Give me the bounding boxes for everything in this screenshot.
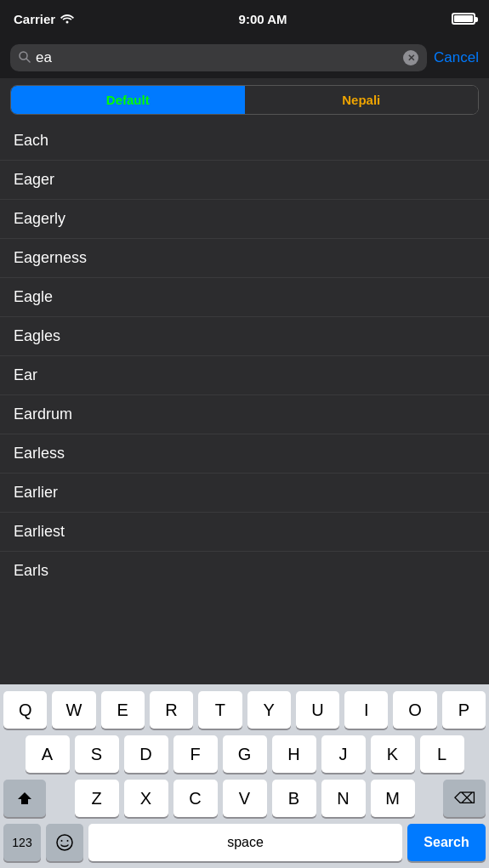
- cancel-button[interactable]: Cancel: [434, 49, 479, 66]
- delete-key[interactable]: ⌫: [443, 780, 486, 817]
- search-input[interactable]: [36, 49, 398, 66]
- key-f[interactable]: F: [173, 735, 218, 773]
- key-k[interactable]: K: [371, 735, 415, 773]
- search-input-wrapper[interactable]: ✕: [10, 44, 427, 71]
- list-item[interactable]: Eardrum: [0, 395, 489, 434]
- key-h[interactable]: H: [272, 735, 316, 773]
- list-item[interactable]: Earls: [0, 552, 489, 590]
- list-item[interactable]: Each: [0, 122, 489, 161]
- key-s[interactable]: S: [75, 735, 119, 773]
- list-item[interactable]: Eagerness: [0, 239, 489, 278]
- status-time: 9:00 AM: [239, 12, 287, 26]
- list-item[interactable]: Eagerly: [0, 200, 489, 239]
- space-key[interactable]: space: [88, 824, 402, 861]
- word-list: EachEagerEagerlyEagernessEagleEaglesEarE…: [0, 122, 489, 590]
- svg-point-4: [61, 840, 63, 842]
- list-item[interactable]: Earlier: [0, 474, 489, 513]
- keyboard-row-1: QWERTYUIOP: [3, 691, 486, 729]
- key-m[interactable]: M: [371, 780, 415, 817]
- keyboard-row-2: ASDFGHJKL: [3, 735, 486, 773]
- key-g[interactable]: G: [223, 735, 267, 773]
- status-right: [452, 13, 475, 25]
- svg-point-3: [57, 835, 72, 850]
- clear-button[interactable]: ✕: [403, 50, 418, 65]
- emoji-key[interactable]: [46, 824, 83, 861]
- list-item[interactable]: Eagles: [0, 317, 489, 356]
- key-c[interactable]: C: [173, 780, 218, 817]
- wifi-icon: [60, 12, 74, 26]
- key-y[interactable]: Y: [247, 691, 291, 729]
- key-u[interactable]: U: [296, 691, 339, 729]
- search-bar: ✕ Cancel: [0, 37, 489, 78]
- key-v[interactable]: V: [223, 780, 267, 817]
- list-item[interactable]: Earliest: [0, 513, 489, 552]
- key-q[interactable]: Q: [3, 691, 47, 729]
- delete-icon: ⌫: [454, 789, 475, 808]
- key-t[interactable]: T: [198, 691, 242, 729]
- status-left: Carrier: [14, 12, 74, 26]
- numbers-key[interactable]: 123: [3, 824, 41, 861]
- list-item[interactable]: Eager: [0, 161, 489, 200]
- key-i[interactable]: I: [344, 691, 388, 729]
- key-l[interactable]: L: [420, 735, 464, 773]
- clear-icon: ✕: [407, 54, 415, 63]
- segment-control: Default Nepali: [10, 85, 479, 115]
- battery-icon: [452, 13, 475, 25]
- key-r[interactable]: R: [150, 691, 193, 729]
- key-x[interactable]: X: [124, 780, 168, 817]
- keyboard-row-3: ZXCVBNM ⌫: [3, 780, 486, 817]
- key-j[interactable]: J: [321, 735, 366, 773]
- segment-nepali[interactable]: Nepali: [245, 86, 479, 114]
- search-icon: [19, 51, 31, 65]
- svg-point-0: [66, 20, 69, 23]
- key-d[interactable]: D: [124, 735, 168, 773]
- carrier-label: Carrier: [14, 12, 55, 26]
- list-item[interactable]: Ear: [0, 356, 489, 395]
- key-b[interactable]: B: [272, 780, 316, 817]
- keyboard-bottom-row: 123 space Search: [3, 824, 486, 861]
- key-w[interactable]: W: [52, 691, 95, 729]
- key-z[interactable]: Z: [75, 780, 119, 817]
- keyboard: QWERTYUIOP ASDFGHJKL ZXCVBNM ⌫ 123 space…: [0, 684, 489, 868]
- search-key[interactable]: Search: [407, 824, 486, 861]
- key-a[interactable]: A: [26, 735, 70, 773]
- list-item[interactable]: Eagle: [0, 278, 489, 317]
- list-item[interactable]: Earless: [0, 434, 489, 474]
- svg-line-2: [26, 59, 30, 62]
- key-n[interactable]: N: [321, 780, 366, 817]
- shift-key[interactable]: [3, 780, 46, 817]
- key-o[interactable]: O: [393, 691, 436, 729]
- status-bar: Carrier 9:00 AM: [0, 0, 489, 37]
- key-e[interactable]: E: [101, 691, 145, 729]
- segment-default[interactable]: Default: [11, 86, 245, 114]
- key-p[interactable]: P: [442, 691, 486, 729]
- svg-point-5: [67, 840, 69, 842]
